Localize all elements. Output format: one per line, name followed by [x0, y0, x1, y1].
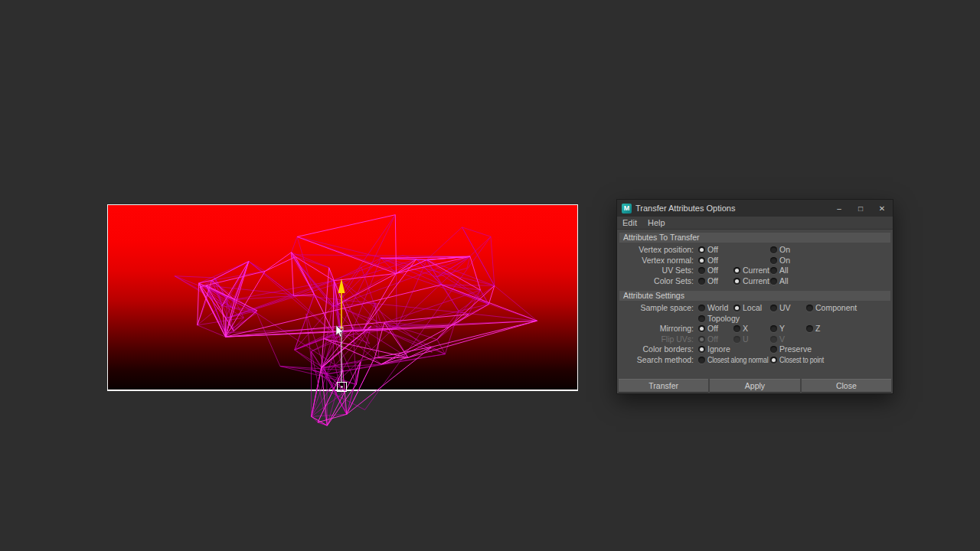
option-row: Vertex position:OffOn: [617, 245, 893, 256]
radio-sample-space-world[interactable]: World: [698, 303, 728, 314]
radio-label: Off: [707, 266, 718, 276]
row-label: Color borders:: [617, 344, 694, 355]
radio-icon[interactable]: [770, 278, 777, 285]
apply-button[interactable]: Apply: [710, 379, 799, 392]
option-row: Search method:Closest along normalCloses…: [617, 355, 893, 366]
radio-mirroring-off[interactable]: Off: [698, 324, 718, 334]
radio-icon[interactable]: [770, 357, 777, 364]
radio-label: Off: [707, 324, 718, 334]
maya-icon: M: [622, 204, 632, 214]
radio-color-borders-preserve[interactable]: Preserve: [770, 344, 812, 355]
radio-icon[interactable]: [698, 246, 705, 253]
radio-label: Off: [707, 334, 718, 345]
dialog-body: Attributes To Transfer Vertex position:O…: [617, 233, 893, 367]
radio-icon[interactable]: [698, 346, 705, 353]
radio-label: On: [779, 256, 790, 266]
radio-color-sets-off[interactable]: Off: [698, 276, 718, 287]
row-label: Sample space:: [617, 303, 694, 314]
radio-mirroring-y[interactable]: Y: [770, 324, 785, 334]
radio-label: Topology: [707, 314, 740, 324]
radio-vertex-normal-on[interactable]: On: [770, 256, 790, 266]
radio-icon[interactable]: [770, 325, 777, 332]
viewport[interactable]: [107, 204, 578, 391]
radio-icon[interactable]: [733, 267, 740, 274]
radio-icon[interactable]: [733, 325, 740, 332]
radio-label: Off: [707, 256, 718, 266]
window-title-bar[interactable]: M Transfer Attributes Options – □ ✕: [617, 200, 893, 217]
minimize-button[interactable]: –: [828, 200, 850, 217]
menu-edit[interactable]: Edit: [622, 218, 637, 227]
section-rows-attribute-settings: Sample space:WorldLocalUVComponentTopolo…: [617, 301, 893, 367]
radio-icon[interactable]: [770, 305, 777, 311]
close-button[interactable]: Close: [802, 379, 891, 392]
radio-icon[interactable]: [698, 357, 705, 364]
radio-label: Off: [707, 276, 718, 287]
menu-help[interactable]: Help: [648, 218, 665, 227]
radio-mirroring-x[interactable]: X: [733, 324, 748, 334]
radio-icon[interactable]: [806, 325, 813, 332]
radio-mirroring-z[interactable]: Z: [806, 324, 820, 334]
radio-icon: [698, 336, 705, 343]
radio-icon[interactable]: [770, 257, 777, 264]
radio-flip-uvs-off: Off: [698, 334, 718, 345]
radio-label: V: [779, 334, 785, 345]
maximize-button[interactable]: □: [850, 200, 871, 217]
radio-icon[interactable]: [733, 305, 740, 311]
radio-label: All: [779, 266, 789, 276]
radio-label: UV: [779, 303, 791, 314]
radio-icon[interactable]: [698, 315, 705, 322]
radio-label: Z: [815, 324, 820, 334]
radio-icon: [733, 336, 740, 343]
option-row: Color Sets:OffCurrentAll: [617, 276, 893, 287]
row-label: Flip UVs:: [617, 334, 694, 345]
option-row: Color borders:IgnorePreserve: [617, 344, 893, 355]
section-header-attribute-settings[interactable]: Attribute Settings: [619, 291, 890, 301]
radio-icon[interactable]: [698, 305, 705, 311]
radio-label: Current: [743, 276, 769, 287]
radio-sample-space-component[interactable]: Component: [806, 303, 857, 314]
radio-icon[interactable]: [770, 267, 777, 274]
radio-label: X: [743, 324, 748, 334]
radio-icon[interactable]: [770, 246, 777, 253]
radio-icon[interactable]: [733, 278, 740, 285]
radio-uv-sets-all[interactable]: All: [770, 266, 789, 276]
row-label: Vertex position:: [617, 245, 694, 256]
radio-color-borders-ignore[interactable]: Ignore: [698, 344, 730, 355]
transfer-attributes-options-window: M Transfer Attributes Options – □ ✕ Edit…: [616, 199, 893, 394]
radio-vertex-normal-off[interactable]: Off: [698, 256, 718, 266]
radio-search-method-closest-along-normal[interactable]: Closest along normal: [698, 355, 780, 366]
radio-option-topology[interactable]: Topology: [698, 314, 740, 324]
radio-color-sets-all[interactable]: All: [770, 276, 789, 287]
radio-search-method-closest-to-point[interactable]: Closest to point: [770, 355, 832, 366]
radio-icon[interactable]: [698, 257, 705, 264]
row-label: Search method:: [617, 355, 694, 366]
row-label: Mirroring:: [617, 324, 694, 334]
radio-label: Closest along normal: [707, 355, 768, 366]
menu-bar: Edit Help: [617, 217, 893, 230]
radio-label: Preserve: [779, 344, 812, 355]
close-icon[interactable]: ✕: [871, 200, 893, 217]
radio-icon[interactable]: [770, 346, 777, 353]
radio-icon[interactable]: [806, 305, 813, 311]
radio-vertex-position-on[interactable]: On: [770, 245, 790, 256]
radio-sample-space-uv[interactable]: UV: [770, 303, 791, 314]
radio-color-sets-current[interactable]: Current: [733, 276, 769, 287]
option-row: Vertex normal:OffOn: [617, 256, 893, 266]
option-row: Topology: [617, 314, 893, 324]
section-header-attributes-to-transfer[interactable]: Attributes To Transfer: [619, 233, 890, 243]
radio-label: Ignore: [707, 344, 730, 355]
radio-vertex-position-off[interactable]: Off: [698, 245, 718, 256]
radio-sample-space-local[interactable]: Local: [733, 303, 762, 314]
radio-label: Off: [707, 245, 718, 256]
row-label: UV Sets:: [617, 266, 694, 276]
radio-uv-sets-current[interactable]: Current: [733, 266, 769, 276]
option-row: Mirroring:OffXYZ: [617, 324, 893, 334]
radio-uv-sets-off[interactable]: Off: [698, 266, 718, 276]
maya-desktop: { "scene": { "viewport": { "border_color…: [0, 0, 980, 551]
radio-flip-uvs-u: U: [733, 334, 749, 345]
radio-icon[interactable]: [698, 325, 705, 332]
radio-icon[interactable]: [698, 267, 705, 274]
transfer-button[interactable]: Transfer: [619, 379, 708, 392]
radio-icon[interactable]: [698, 278, 705, 285]
radio-label: On: [779, 245, 790, 256]
